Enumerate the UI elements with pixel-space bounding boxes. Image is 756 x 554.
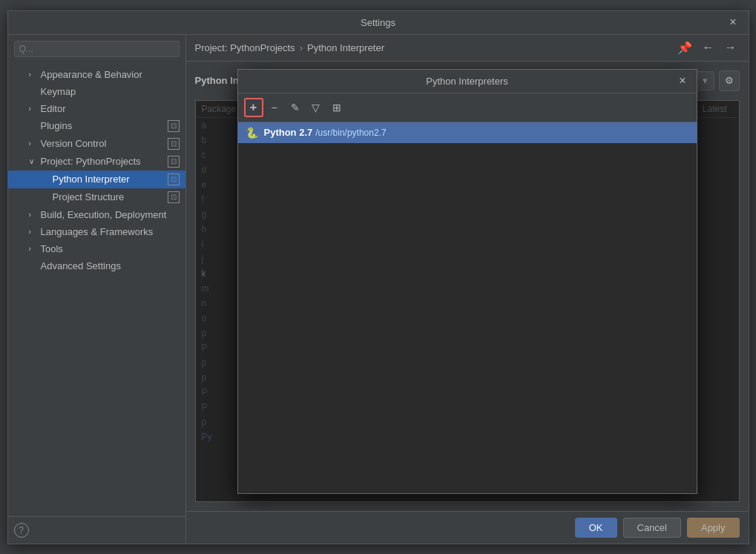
expand-arrow-appearance: ›	[29, 70, 38, 79]
add-interpreter-button[interactable]: +	[244, 98, 263, 117]
expand-arrow-tools: ›	[29, 245, 38, 253]
python-interpreters-modal: Python Interpreters × + −	[237, 69, 697, 494]
pin-button[interactable]: 📌	[674, 39, 695, 56]
tree-button[interactable]: ⊞	[327, 98, 346, 117]
expand-arrow-project: ∨	[29, 157, 38, 165]
pi-badge: ⊡	[168, 174, 180, 185]
remove-interpreter-button[interactable]: −	[265, 98, 284, 117]
modal-toolbar: + − ✎ ▽ ⊞	[238, 93, 697, 122]
expand-arrow-build: ›	[29, 211, 38, 219]
modal-title-bar: Python Interpreters ×	[238, 70, 697, 93]
interpreter-item-path: /usr/bin/python2.7	[315, 128, 386, 138]
sidebar-item-label-tools: Tools	[41, 243, 63, 254]
sidebar-item-label-build: Build, Execution, Deployment	[41, 209, 167, 220]
sidebar: › Appearance & Behavior Keymap › Editor …	[8, 35, 186, 544]
breadcrumb-bar: Project: PythonProjects › Python Interpr…	[186, 35, 749, 62]
remove-icon: −	[271, 102, 277, 113]
title-bar: Settings ×	[8, 11, 749, 35]
panel-body: Python Interpreter: 🐍 Python 2.7 /usr/bi…	[186, 62, 749, 511]
sidebar-item-build[interactable]: › Build, Execution, Deployment	[8, 206, 185, 223]
sidebar-item-label-plugins: Plugins	[41, 120, 73, 131]
sidebar-item-label-lang: Languages & Frameworks	[41, 226, 154, 237]
sidebar-item-label-project: Project: PythonProjects	[41, 156, 141, 167]
help-button[interactable]: ?	[14, 523, 29, 538]
interpreter-list-item[interactable]: 🐍 Python 2.7 /usr/bin/python2.7	[238, 122, 697, 143]
breadcrumb-project: Project: PythonProjects	[195, 42, 295, 53]
breadcrumb-page: Python Interpreter	[307, 42, 384, 53]
search-box[interactable]	[14, 41, 180, 57]
filter-icon: ▽	[312, 102, 320, 113]
sidebar-footer: ?	[8, 516, 185, 544]
settings-window: Settings × › Appearance & Behavior Keyma…	[7, 10, 749, 544]
tree-icon: ⊞	[332, 102, 341, 113]
sidebar-item-python-interpreter[interactable]: Python Interpreter ⊡	[8, 171, 185, 188]
project-badge: ⊡	[168, 156, 180, 168]
sidebar-item-advanced[interactable]: Advanced Settings	[8, 257, 185, 274]
modal-close-button[interactable]: ×	[674, 73, 690, 89]
search-input[interactable]	[19, 44, 174, 54]
sidebar-item-tools[interactable]: › Tools	[8, 240, 185, 257]
sidebar-item-label-pi: Python Interpreter	[53, 174, 130, 185]
right-panel: Project: PythonProjects › Python Interpr…	[186, 35, 749, 544]
sidebar-item-label-ps: Project Structure	[53, 191, 125, 202]
add-icon: +	[250, 101, 257, 114]
py-icon: 🐍	[246, 127, 258, 139]
interpreter-item-name: Python 2.7	[264, 127, 313, 138]
ps-badge: ⊡	[168, 191, 180, 203]
bottom-bar: OK Cancel Apply	[186, 511, 749, 544]
sidebar-item-plugins[interactable]: Plugins ⊡	[8, 117, 185, 135]
main-content: › Appearance & Behavior Keymap › Editor …	[8, 35, 749, 544]
sidebar-item-appearance[interactable]: › Appearance & Behavior	[8, 66, 185, 83]
forward-button[interactable]: →	[722, 39, 740, 56]
sidebar-item-editor[interactable]: › Editor	[8, 100, 185, 117]
sidebar-item-version-control[interactable]: › Version Control ⊡	[8, 135, 185, 153]
edit-icon: ✎	[291, 102, 300, 113]
plugins-badge: ⊡	[168, 120, 180, 132]
back-button[interactable]: ←	[700, 39, 717, 56]
sidebar-items: › Appearance & Behavior Keymap › Editor …	[8, 63, 185, 516]
sidebar-item-label-editor: Editor	[41, 103, 66, 114]
sidebar-item-label-advanced: Advanced Settings	[41, 260, 121, 271]
sidebar-item-label-keymap: Keymap	[41, 86, 76, 97]
vc-badge: ⊡	[168, 138, 180, 150]
window-title: Settings	[361, 17, 395, 28]
expand-arrow-editor: ›	[29, 105, 38, 113]
sidebar-item-label-vc: Version Control	[41, 138, 107, 149]
filter-button[interactable]: ▽	[306, 98, 326, 117]
sidebar-item-languages[interactable]: › Languages & Frameworks	[8, 223, 185, 240]
sidebar-item-label-appearance: Appearance & Behavior	[41, 69, 142, 80]
modal-overlay: Python Interpreters × + −	[186, 62, 749, 511]
expand-arrow-vc: ›	[29, 139, 38, 148]
breadcrumb-actions: 📌 ← →	[674, 39, 740, 56]
expand-arrow-lang: ›	[29, 228, 38, 236]
window-close-button[interactable]: ×	[725, 15, 740, 30]
sidebar-item-project[interactable]: ∨ Project: PythonProjects ⊡	[8, 153, 185, 171]
apply-button[interactable]: Apply	[687, 518, 740, 538]
edit-interpreter-button[interactable]: ✎	[286, 98, 305, 117]
modal-title: Python Interpreters	[426, 76, 508, 87]
breadcrumb-separator: ›	[300, 42, 303, 53]
interpreter-list: 🐍 Python 2.7 /usr/bin/python2.7	[238, 122, 697, 493]
sidebar-item-project-structure[interactable]: Project Structure ⊡	[8, 188, 185, 206]
cancel-button[interactable]: Cancel	[623, 518, 681, 538]
ok-button[interactable]: OK	[575, 518, 617, 538]
sidebar-item-keymap[interactable]: Keymap	[8, 83, 185, 100]
